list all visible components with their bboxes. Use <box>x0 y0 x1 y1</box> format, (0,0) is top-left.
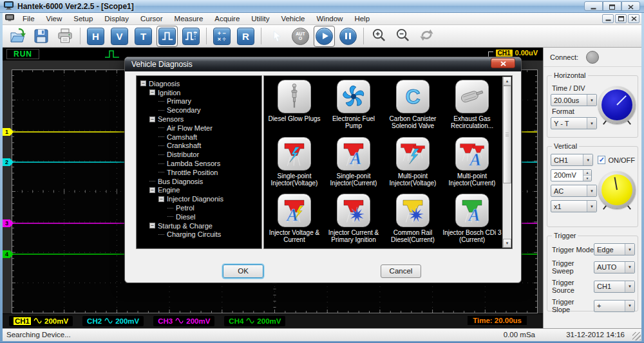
vehicle-test-injector-current-primary-ignition[interactable]: Injector Current & Primary Ignition <box>324 190 383 248</box>
menu-item-utility[interactable]: Utility <box>245 13 275 24</box>
trigger-sweep-select[interactable]: AUTO▼ <box>594 261 635 273</box>
menu-item-measure[interactable]: Measure <box>169 13 209 24</box>
menu-item-vehicle[interactable]: Vehicle <box>275 13 310 24</box>
trigger-slope-select[interactable]: +▼ <box>594 300 635 312</box>
channel-select[interactable]: CH1 ▼ <box>551 154 593 166</box>
window-maximize-button[interactable] <box>603 1 621 11</box>
tree-item-bus-diagnosis[interactable]: Bus Diagnosis <box>138 177 260 186</box>
auto-set-button[interactable]: AUTO <box>292 28 309 45</box>
ok-button[interactable]: OK <box>223 264 263 278</box>
tree-item-crankshaft[interactable]: Crankshaft <box>138 142 260 151</box>
horizontal-knob[interactable] <box>598 86 636 124</box>
vehicle-test-single-point-injector-voltage[interactable]: Single-point Injector(Voltage) <box>265 134 324 191</box>
channel-badge-ch4[interactable]: CH4200mV <box>224 316 285 326</box>
mdi-maximize-button[interactable] <box>615 14 627 23</box>
time-div-select[interactable]: 20.00us ▼ <box>551 94 597 106</box>
tree-expand-toggle[interactable]: − <box>149 116 155 122</box>
tree-expand-toggle[interactable]: − <box>149 223 155 228</box>
menu-item-display[interactable]: Display <box>99 13 135 24</box>
window-minimize-button[interactable] <box>584 1 603 11</box>
start-button[interactable] <box>316 28 333 45</box>
save-button[interactable] <box>32 28 50 45</box>
tree-item-sensors[interactable]: −Sensors <box>138 115 260 124</box>
vehicle-test-diesel-glow-plugs[interactable]: Diesel Glow Plugs <box>265 77 324 134</box>
trigger-mode-select[interactable]: Edge▼ <box>594 243 635 255</box>
vertical-knob[interactable] <box>598 171 636 209</box>
reference-button[interactable]: R <box>237 28 254 45</box>
vehicle-test-electronic-fuel-pump[interactable]: Electronic Fuel Pump <box>324 77 383 134</box>
volts-div-stepper[interactable]: 200mV ▲ ▼ <box>551 169 592 181</box>
tree-item-secondary[interactable]: Secondary <box>138 106 260 115</box>
dialog-close-button[interactable] <box>491 58 515 68</box>
spinner-up-icon[interactable]: ▲ <box>583 170 591 176</box>
tree-item-throttle-position[interactable]: Throttle Position <box>138 168 260 177</box>
vehicle-test-multi-point-injector-current[interactable]: AMulti-point Injector(Current) <box>442 134 502 191</box>
vehicle-test-injector-bosch-cdi-3-current[interactable]: AInjector Bosch CDi 3 (Current) <box>442 190 502 248</box>
tree-item-engine[interactable]: −Engine <box>138 186 260 195</box>
tree-item-primary[interactable]: Primary <box>138 97 260 106</box>
menu-item-file[interactable]: File <box>17 13 41 24</box>
menu-item-window[interactable]: Window <box>311 13 349 24</box>
vehicle-test-common-rail-diesel-current[interactable]: Common Rail Diesel(Current) <box>383 190 442 248</box>
tree-item-air-flow-meter[interactable]: Air Flow Meter <box>138 124 260 133</box>
tree-item-ignition[interactable]: −Ignition <box>138 88 260 97</box>
tree-expand-toggle[interactable]: − <box>158 196 164 202</box>
zoom-out-button[interactable] <box>394 28 412 45</box>
scroll-up-icon[interactable]: ▲ <box>503 77 511 86</box>
trigger-cursor-button[interactable]: T <box>135 28 152 45</box>
resize-grip[interactable] <box>632 332 641 340</box>
tree-item-distributor[interactable]: Distributor <box>138 150 260 159</box>
trigger-source-select[interactable]: CH1▼ <box>594 281 635 293</box>
dialog-title-bar[interactable]: Vehicle Diagnosis <box>125 57 521 71</box>
window-close-button[interactable] <box>621 1 640 11</box>
channel-onoff-checkbox[interactable]: ✓ <box>598 156 605 164</box>
tree-item-startup-charge[interactable]: −Startup & Charge <box>138 221 260 230</box>
menu-item-cursor[interactable]: Cursor <box>135 13 169 24</box>
pulse-delay-button[interactable] <box>182 28 200 45</box>
tree-expand-toggle[interactable]: − <box>149 187 155 193</box>
channel-badge-ch2[interactable]: CH2200mV <box>82 316 144 326</box>
vehicle-test-carbon-canister-solenoid-valve[interactable]: CCarbon Canister Solenoid Valve <box>383 77 442 134</box>
horizontal-cursor-button[interactable]: H <box>87 28 104 45</box>
pointer-button[interactable] <box>268 28 285 45</box>
vehicle-test-exhaust-gas-recirculation[interactable]: Exhaust Gas Recirculation... <box>442 77 502 134</box>
tree-expand-toggle[interactable]: − <box>149 89 155 95</box>
refresh-button[interactable] <box>418 28 435 45</box>
pulse-width-button[interactable] <box>158 28 176 45</box>
open-button[interactable] <box>8 28 26 45</box>
mdi-close-button[interactable] <box>628 14 639 23</box>
tree-expand-toggle[interactable]: − <box>140 80 146 86</box>
tree-item-lambda-sensors[interactable]: Lambda Sensors <box>138 159 260 168</box>
tree-item-petrol[interactable]: Petrol <box>138 203 260 212</box>
cancel-button[interactable]: Cancel <box>381 264 421 278</box>
icon-panel-scrollbar[interactable]: ▲ ▼ <box>502 77 511 248</box>
tree-item-injector-diagnonis[interactable]: −Injector Diagnonis <box>138 194 260 203</box>
tree-item-label: Injector Diagnonis <box>167 195 223 203</box>
probe-select[interactable]: x1 ▼ <box>551 200 597 212</box>
tree-item-camshaft[interactable]: Camshaft <box>138 133 260 142</box>
menu-item-setup[interactable]: Setup <box>68 13 99 24</box>
math-button[interactable]: + −× ÷ <box>213 28 231 45</box>
mdi-minimize-button[interactable] <box>602 14 614 23</box>
format-select[interactable]: Y - T ▼ <box>551 117 597 129</box>
tree-item-diesel[interactable]: Diesel <box>138 212 260 221</box>
menu-item-help[interactable]: Help <box>348 13 375 24</box>
vehicle-test-single-ponit-injector-current[interactable]: ASingle-ponit Injector(Current) <box>324 134 383 191</box>
coupling-select[interactable]: AC ▼ <box>551 185 597 197</box>
vertical-cursor-button[interactable]: V <box>111 28 128 45</box>
channel-badge-ch3[interactable]: CH3200mV <box>153 316 214 326</box>
channel-badge-ch1[interactable]: CH1200mV <box>9 316 73 326</box>
zoom-in-button[interactable] <box>370 28 388 45</box>
scrollbar-thumb[interactable] <box>503 86 511 183</box>
pause-button[interactable] <box>339 28 357 45</box>
menu-item-acquire[interactable]: Acquire <box>209 13 245 24</box>
print-button[interactable] <box>56 28 73 45</box>
vehicle-test-multi-point-injector-voltage[interactable]: Multi-point Injector(Voltage) <box>383 134 442 191</box>
menu-item-view[interactable]: View <box>41 13 68 24</box>
tree-item-diagnosis[interactable]: −Diagnosis <box>138 79 260 88</box>
tree-item-charging-circuits[interactable]: Charging Circuits <box>138 230 260 239</box>
vehicle-test-injector-voltage-current[interactable]: AInjector Voltage & Current <box>265 190 324 248</box>
spinner-down-icon[interactable]: ▼ <box>583 176 591 181</box>
scroll-down-icon[interactable]: ▼ <box>503 239 511 248</box>
open-icon <box>9 28 26 44</box>
